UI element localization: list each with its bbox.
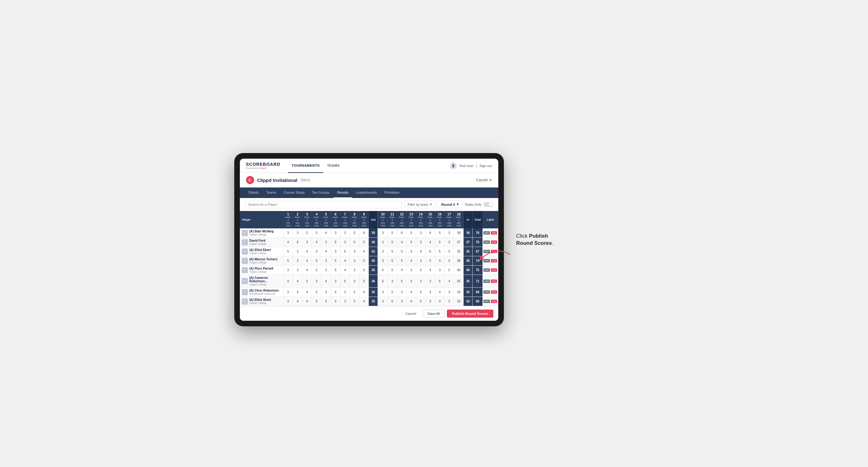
score-input[interactable] [379,238,387,247]
score-input[interactable] [445,257,453,265]
score-h1[interactable] [283,228,293,238]
score-h17[interactable] [444,228,454,238]
dq-badge[interactable]: DQ [491,300,497,303]
score-input[interactable] [313,247,321,256]
score-input[interactable] [360,238,368,247]
score-h5[interactable] [321,266,331,275]
score-h1[interactable] [283,287,293,297]
save-all-button[interactable]: Save All [423,310,444,318]
score-h13[interactable] [407,266,416,275]
score-input[interactable] [350,247,359,256]
score-input[interactable] [341,288,349,297]
score-h2[interactable] [293,275,303,287]
score-input[interactable] [379,247,387,256]
score-h12[interactable] [397,275,407,287]
score-input[interactable] [284,238,292,247]
score-h7[interactable] [340,287,350,297]
score-input[interactable] [322,297,330,306]
score-input[interactable] [332,277,340,285]
score-input[interactable] [426,266,434,275]
score-input[interactable] [360,229,368,237]
score-h14[interactable] [416,275,426,287]
score-h10[interactable] [378,297,388,306]
score-input[interactable] [407,229,415,237]
score-input[interactable] [332,297,340,306]
score-h5[interactable] [321,287,331,297]
score-h3[interactable] [303,247,312,256]
score-h9[interactable] [359,256,369,266]
score-h1[interactable] [283,247,293,256]
score-h11[interactable] [388,256,397,266]
score-input[interactable] [407,257,415,265]
score-input[interactable] [350,257,359,265]
score-h13[interactable] [407,275,416,287]
score-h13[interactable] [407,256,416,266]
score-h17[interactable] [444,287,454,297]
score-h9[interactable] [359,238,369,247]
score-input[interactable] [398,266,406,275]
score-h6[interactable] [331,247,340,256]
score-h11[interactable] [388,287,397,297]
score-h3[interactable] [303,275,312,287]
score-input[interactable] [360,288,368,297]
score-input[interactable] [398,238,406,247]
score-input[interactable] [445,288,453,297]
score-input[interactable] [445,277,453,285]
score-h18[interactable] [454,247,464,256]
dq-badge[interactable]: DQ [491,268,497,272]
score-input[interactable] [332,288,340,297]
score-h15[interactable] [426,287,435,297]
score-h18[interactable] [454,238,464,247]
wd-badge[interactable]: WD [484,231,490,235]
score-h15[interactable] [426,256,435,266]
score-input[interactable] [350,277,359,285]
score-input[interactable] [284,247,292,256]
score-h1[interactable] [283,297,293,306]
score-h6[interactable] [331,256,340,266]
score-input[interactable] [407,247,415,256]
score-h9[interactable] [359,247,369,256]
score-input[interactable] [426,277,434,285]
wd-badge[interactable]: WD [484,280,490,283]
score-input[interactable] [388,238,396,247]
score-h18[interactable] [454,228,464,238]
score-input[interactable] [322,257,330,265]
score-input[interactable] [313,238,321,247]
score-input[interactable] [360,277,368,285]
score-input[interactable] [388,277,396,285]
score-h1[interactable] [283,266,293,275]
score-h14[interactable] [416,266,426,275]
score-input[interactable] [332,257,340,265]
score-h4[interactable] [312,228,321,238]
score-h18[interactable] [454,256,464,266]
score-input[interactable] [426,288,434,297]
score-h13[interactable] [407,228,416,238]
score-h16[interactable] [435,297,445,306]
score-h3[interactable] [303,238,312,247]
score-input[interactable] [407,288,415,297]
score-input[interactable] [303,229,311,237]
nav-tournaments[interactable]: TOURNAMENTS [288,159,323,173]
tab-results[interactable]: Results [334,187,352,198]
score-input[interactable] [360,297,368,306]
score-h5[interactable] [321,238,331,247]
score-h10[interactable] [378,228,388,238]
score-input[interactable] [417,288,425,297]
score-input[interactable] [313,297,321,306]
score-input[interactable] [284,257,292,265]
score-h18[interactable] [454,297,464,306]
score-input[interactable] [284,229,292,237]
score-input[interactable] [313,229,321,237]
score-h8[interactable] [350,247,360,256]
score-input[interactable] [350,238,359,247]
totals-only-toggle[interactable] [484,202,493,207]
score-input[interactable] [398,257,406,265]
score-h18[interactable] [454,275,464,287]
wd-badge[interactable]: WD [484,290,490,294]
score-input[interactable] [417,277,425,285]
score-h16[interactable] [435,266,445,275]
score-input[interactable] [426,238,434,247]
score-input[interactable] [341,266,349,275]
score-h16[interactable] [435,228,445,238]
score-input[interactable] [398,229,406,237]
